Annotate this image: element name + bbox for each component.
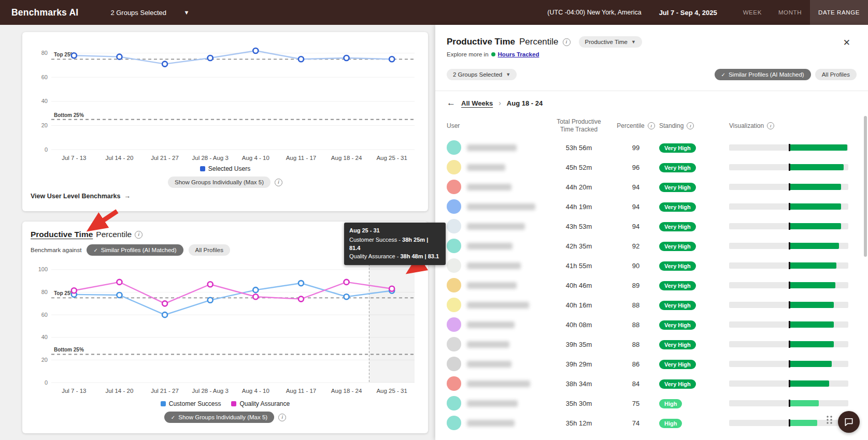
breadcrumb-separator-icon: › xyxy=(499,99,501,107)
percentile-cell: 96 xyxy=(613,164,659,171)
standing-cell: Very High xyxy=(659,222,729,231)
table-row[interactable]: 53h 56m 99 Very High xyxy=(435,138,868,157)
user-cell xyxy=(447,357,545,371)
back-arrow-icon[interactable]: ← xyxy=(447,98,456,108)
time-tracked-cell: 35h 12m xyxy=(545,419,613,427)
table-row[interactable]: 43h 53m 94 Very High xyxy=(435,216,868,236)
productive-time-line-chart[interactable]: 020406080100Top 25%Bottom 25%Jul 7 - 13J… xyxy=(30,258,421,397)
drag-handle-icon[interactable] xyxy=(826,415,833,427)
table-row[interactable]: 41h 55m 90 Very High xyxy=(435,256,868,275)
tab-month[interactable]: MONTH xyxy=(770,0,810,25)
metric-dropdown-label: Productive Time xyxy=(585,39,628,45)
close-icon[interactable]: ✕ xyxy=(843,37,850,48)
table-row[interactable]: 35h 30m 75 High xyxy=(435,393,868,413)
similar-profiles-label: Similar Profiles (AI Matched) xyxy=(729,71,804,78)
svg-text:Jul 14 - 20: Jul 14 - 20 xyxy=(106,155,134,161)
svg-text:Aug 4 - 10: Aug 4 - 10 xyxy=(242,155,269,161)
chevron-down-icon: ▼ xyxy=(183,9,189,16)
all-weeks-link[interactable]: All Weeks xyxy=(461,99,493,107)
info-icon[interactable]: i xyxy=(767,122,774,129)
table-row[interactable]: 40h 16m 88 Very High xyxy=(435,295,868,315)
avatar xyxy=(447,180,461,194)
explore-row: Explore more in Hours Tracked xyxy=(435,48,868,57)
table-row[interactable]: 44h 19m 94 Very High xyxy=(435,197,868,216)
chart-tooltip: Aug 25 - 31 Customer Success - 38h 25m |… xyxy=(344,223,446,265)
user-name-blurred xyxy=(467,144,517,151)
status-badge: Very High xyxy=(659,360,696,369)
user-name-blurred xyxy=(467,400,518,407)
time-tracked-cell: 43h 53m xyxy=(545,223,613,230)
standing-cell: Very High xyxy=(659,163,729,172)
visualization-cell xyxy=(729,321,848,328)
tooltip-line: Quality Assurance - 38h 48m | 83.1 xyxy=(349,253,440,261)
arrow-right-icon: → xyxy=(124,193,131,200)
tab-week[interactable]: WEEK xyxy=(735,0,770,25)
percentile-cell: 75 xyxy=(613,400,659,407)
info-icon[interactable]: i xyxy=(563,38,571,46)
info-icon[interactable]: i xyxy=(687,122,694,129)
svg-text:Bottom 25%: Bottom 25% xyxy=(54,112,84,118)
metric-dropdown[interactable]: Productive Time ▼ xyxy=(579,36,642,48)
svg-text:60: 60 xyxy=(41,74,48,80)
user-name-blurred xyxy=(467,341,509,348)
user-name-blurred xyxy=(467,380,530,387)
show-groups-individually-button[interactable]: ✓ Show Groups Individually (Max 5) xyxy=(164,412,274,423)
legend-swatch xyxy=(231,401,236,406)
visualization-cell xyxy=(729,164,848,170)
similar-profiles-button[interactable]: ✓ Similar Profiles (AI Matched) xyxy=(87,244,183,256)
standing-cell: Very High xyxy=(659,143,729,153)
table-row[interactable]: 40h 46m 89 Very High xyxy=(435,275,868,295)
percentile-bar xyxy=(729,203,848,210)
percentile-bar xyxy=(729,321,848,328)
all-profiles-button[interactable]: All Profiles xyxy=(815,69,857,80)
percentile-bar-fill xyxy=(789,144,847,151)
table-row[interactable]: 40h 08m 88 Very High xyxy=(435,315,868,334)
view-user-level-benchmarks-link[interactable]: View User Level Benchmarks → xyxy=(31,193,131,200)
table-row[interactable]: 35h 12m 74 High xyxy=(435,413,868,433)
info-icon[interactable]: i xyxy=(275,179,282,186)
topbar-groups-dropdown[interactable]: 2 Groups Selected ▼ xyxy=(110,9,189,17)
chat-button[interactable] xyxy=(838,411,860,433)
chart-actions: ✓ Show Groups Individually (Max 5) i xyxy=(30,412,421,423)
info-icon[interactable]: i xyxy=(278,414,286,421)
topbar-right: (UTC -04:00) New York, America Jul 7 - S… xyxy=(547,0,868,25)
table-row[interactable]: 39h 29m 86 Very High xyxy=(435,354,868,374)
time-tracked-cell: 41h 55m xyxy=(545,262,613,270)
percentile-bar xyxy=(729,184,848,190)
median-marker xyxy=(789,223,790,230)
scrollbar[interactable] xyxy=(864,116,867,257)
user-name-blurred xyxy=(467,420,515,427)
table-row[interactable]: 45h 52m 96 Very High xyxy=(435,157,868,177)
percentile-bar xyxy=(729,400,848,406)
chevron-down-icon: ▼ xyxy=(506,72,510,77)
table-row[interactable]: 39h 35m 88 Very High xyxy=(435,334,868,354)
all-profiles-button[interactable]: All Profiles xyxy=(189,244,230,256)
explore-prefix: Explore more in xyxy=(447,51,489,57)
similar-profiles-button[interactable]: ✓ Similar Profiles (AI Matched) xyxy=(715,69,811,80)
status-badge: High xyxy=(659,399,682,408)
groups-dropdown[interactable]: 2 Groups Selected ▼ xyxy=(447,69,517,80)
svg-text:Aug 18 - 24: Aug 18 - 24 xyxy=(331,388,362,394)
hours-tracked-link[interactable]: Hours Tracked xyxy=(498,51,539,57)
percentile-cell: 88 xyxy=(613,301,659,309)
percentile-cell: 94 xyxy=(613,223,659,230)
user-cell xyxy=(447,416,545,430)
table-row[interactable]: 42h 35m 92 Very High xyxy=(435,236,868,256)
info-icon[interactable]: i xyxy=(135,231,143,239)
status-badge: Very High xyxy=(659,320,696,330)
similar-profiles-label: Similar Profiles (AI Matched) xyxy=(101,247,177,253)
show-groups-individually-button[interactable]: Show Groups Individually (Max 5) xyxy=(168,177,271,188)
legend-item: Selected Users xyxy=(200,165,250,172)
selected-date-range[interactable]: Jul 7 - Sep 4, 2025 xyxy=(659,9,717,17)
selected-users-line-chart[interactable]: 020406080Top 25%Bottom 25%Jul 7 - 13Jul … xyxy=(30,37,421,164)
percentile-cell: 84 xyxy=(613,380,659,388)
avatar xyxy=(447,140,461,155)
table-row[interactable]: 44h 20m 94 Very High xyxy=(435,177,868,197)
selected-users-chart-card: 020406080Top 25%Bottom 25%Jul 7 - 13Jul … xyxy=(22,32,428,211)
table-row[interactable]: 38h 34m 84 Very High xyxy=(435,374,868,393)
info-icon[interactable]: i xyxy=(648,122,655,129)
percentile-cell: 86 xyxy=(613,360,659,368)
tab-date-range[interactable]: DATE RANGE xyxy=(810,0,868,25)
time-tracked-cell: 44h 20m xyxy=(545,183,613,191)
panel-title-rest: Percentile xyxy=(519,37,559,47)
